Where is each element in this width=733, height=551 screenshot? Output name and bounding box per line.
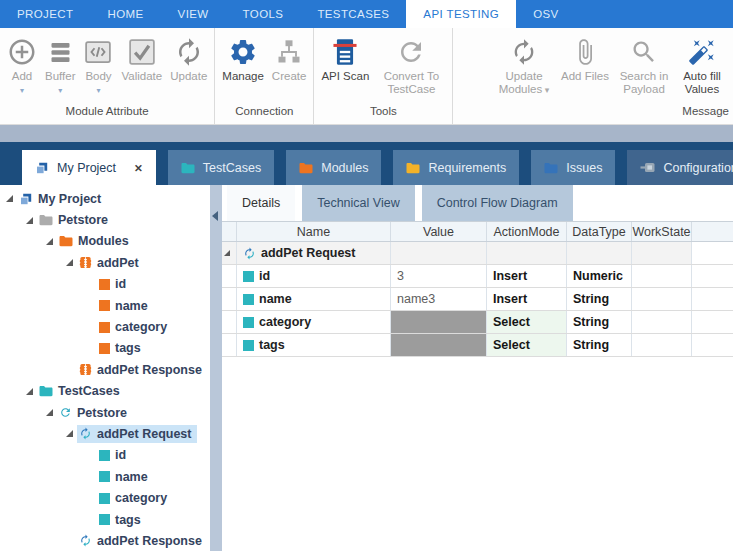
expander-icon[interactable]: [46, 238, 53, 245]
tree-item-id-testcase[interactable]: id: [0, 445, 210, 466]
cell-datatype[interactable]: Numeric: [567, 265, 632, 287]
tab-my-project[interactable]: My Project: [22, 150, 156, 185]
close-icon[interactable]: [134, 161, 143, 175]
attribute-square-icon: [99, 493, 110, 504]
refresh-circle-icon: [396, 34, 426, 70]
header-name[interactable]: Name: [237, 222, 391, 241]
tab-control-flow-diagram[interactable]: Control Flow Diagram: [422, 185, 573, 221]
cell-workstate[interactable]: [632, 242, 692, 264]
grid-row-id[interactable]: id 3 Insert Numeric: [222, 265, 733, 288]
validate-button[interactable]: Validate: [117, 33, 166, 84]
tree-item-tags-testcase[interactable]: tags: [0, 509, 210, 530]
cell-actionmode[interactable]: [487, 242, 567, 264]
cell-actionmode[interactable]: Insert: [487, 288, 567, 310]
grid-row-addpet-request[interactable]: addPet Request: [222, 242, 733, 265]
menu-project[interactable]: PROJECT: [0, 0, 90, 28]
header-value[interactable]: Value: [391, 222, 487, 241]
grid-row-tags[interactable]: tags Select String: [222, 334, 733, 357]
cell-actionmode[interactable]: Select: [487, 311, 567, 333]
tab-requirements[interactable]: Requirements: [393, 150, 519, 185]
menu-view[interactable]: VIEW: [161, 0, 226, 28]
group-label-tools: Tools: [317, 105, 449, 124]
grid-row-category[interactable]: category Select String: [222, 311, 733, 334]
manage-label: Manage: [222, 70, 264, 83]
tree-item-name-testcase[interactable]: name: [0, 466, 210, 487]
cell-value[interactable]: 3: [391, 265, 487, 287]
tab-technical-view[interactable]: Technical View: [302, 185, 414, 221]
chevron-down-icon[interactable]: [20, 83, 24, 93]
panel-splitter[interactable]: [210, 185, 222, 551]
tab-modules[interactable]: Modules: [286, 150, 381, 185]
tab-configurations[interactable]: Configurations: [627, 150, 733, 185]
chevron-down-icon[interactable]: [96, 83, 100, 93]
tree-item-addpet-response-module[interactable]: addPet Response: [0, 359, 210, 380]
tree-item-addpet-module[interactable]: addPet: [0, 252, 210, 273]
tree-item-petstore-testcase[interactable]: Petstore: [0, 402, 210, 423]
header-workstate[interactable]: WorkState: [632, 222, 692, 241]
body-button[interactable]: Body: [79, 33, 117, 94]
cell-workstate[interactable]: [632, 334, 692, 356]
buffer-button[interactable]: Buffer: [41, 33, 79, 94]
expander-icon[interactable]: [66, 430, 73, 437]
cell-datatype[interactable]: String: [567, 334, 632, 356]
cell-workstate[interactable]: [632, 288, 692, 310]
tree-item-category[interactable]: category: [0, 316, 210, 337]
tab-label: Modules: [321, 161, 368, 175]
tree-item-category-testcase[interactable]: category: [0, 487, 210, 508]
tree-item-my-project[interactable]: My Project: [0, 188, 210, 209]
add-files-button[interactable]: Add Files: [556, 33, 614, 84]
attribute-square-icon: [243, 271, 254, 282]
expander-icon[interactable]: [46, 409, 53, 416]
cell-actionmode[interactable]: Select: [487, 334, 567, 356]
tree-item-modules-folder[interactable]: Modules: [0, 231, 210, 252]
tab-issues[interactable]: Issues: [531, 150, 615, 185]
update-modules-button[interactable]: Update Modules: [492, 33, 556, 97]
chevron-down-icon[interactable]: [58, 83, 62, 93]
attribute-square-icon: [99, 514, 110, 525]
chevron-down-icon[interactable]: [542, 83, 549, 95]
grid-row-name[interactable]: name name3 Insert String: [222, 288, 733, 311]
tree-item-tags[interactable]: tags: [0, 338, 210, 359]
cell-workstate[interactable]: [632, 311, 692, 333]
cell-value[interactable]: [391, 242, 487, 264]
expander-icon[interactable]: [6, 195, 13, 202]
cell-datatype[interactable]: String: [567, 311, 632, 333]
search-in-payload-button[interactable]: Search in Payload: [614, 33, 674, 97]
tree-item-addpet-request[interactable]: addPet Request: [0, 423, 210, 444]
add-button[interactable]: Add: [3, 33, 41, 94]
api-scan-button[interactable]: API Scan: [317, 33, 373, 84]
folder-icon: [39, 385, 53, 397]
cell-workstate[interactable]: [632, 265, 692, 287]
update-button[interactable]: Update: [166, 33, 211, 84]
tab-testcases[interactable]: TestCases: [168, 150, 274, 185]
tree-item-addpet-response-testcase[interactable]: addPet Response: [0, 530, 210, 551]
menu-osv[interactable]: OSV: [516, 0, 576, 28]
manage-button[interactable]: Manage: [218, 33, 268, 84]
tree-item-petstore-modules[interactable]: Petstore: [0, 209, 210, 230]
search-icon: [630, 34, 658, 70]
menubar: PROJECT HOME VIEW TOOLS TESTCASES API TE…: [0, 0, 733, 28]
menu-tools[interactable]: TOOLS: [226, 0, 301, 28]
header-datatype[interactable]: DataType: [567, 222, 632, 241]
tree-item-id[interactable]: id: [0, 274, 210, 295]
menu-api-testing[interactable]: API TESTING: [406, 0, 516, 28]
expander-icon[interactable]: [26, 388, 33, 395]
auto-fill-values-button[interactable]: Auto fill Values: [674, 33, 730, 97]
menu-home[interactable]: HOME: [90, 0, 160, 28]
expander-icon[interactable]: [224, 250, 230, 256]
sync-arrows-icon: [510, 34, 538, 70]
expander-icon[interactable]: [66, 259, 73, 266]
menu-testcases[interactable]: TESTCASES: [300, 0, 406, 28]
cell-actionmode[interactable]: Insert: [487, 265, 567, 287]
cell-value[interactable]: name3: [391, 288, 487, 310]
expander-icon[interactable]: [26, 217, 33, 224]
cell-datatype[interactable]: [567, 242, 632, 264]
header-actionmode[interactable]: ActionMode: [487, 222, 567, 241]
collapse-arrow-icon[interactable]: [212, 211, 218, 221]
tree-item-testcases-folder[interactable]: TestCases: [0, 381, 210, 402]
cell-datatype[interactable]: String: [567, 288, 632, 310]
tree-item-name[interactable]: name: [0, 295, 210, 316]
tab-details[interactable]: Details: [227, 185, 295, 221]
create-button[interactable]: Create: [268, 33, 311, 84]
convert-to-testcase-button[interactable]: Convert To TestCase: [373, 33, 449, 97]
